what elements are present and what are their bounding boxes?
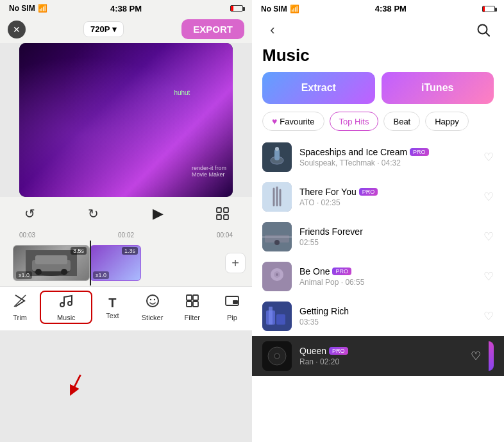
play-progress-bar bbox=[489, 341, 494, 371]
svg-point-41 bbox=[276, 273, 278, 276]
ruler-mark-3: 00:04 bbox=[217, 232, 233, 239]
toolbar-text[interactable]: T Text bbox=[92, 296, 132, 319]
svg-rect-7 bbox=[35, 255, 67, 264]
status-bar-left: No SIM 📶 4:38 PM bbox=[0, 0, 252, 15]
heart-beone[interactable]: ♡ bbox=[483, 269, 494, 284]
svg-rect-44 bbox=[276, 314, 285, 325]
song-info-spaceships: Spaceships and Ice Cream PRO Soulspeak, … bbox=[299, 147, 476, 167]
text-icon: T bbox=[108, 296, 116, 310]
no-sim-text: No SIM bbox=[9, 4, 35, 13]
svg-line-11 bbox=[72, 375, 81, 391]
filter-label: Filter bbox=[185, 314, 200, 321]
battery-area-left bbox=[230, 5, 243, 12]
pro-badge-spaceships: PRO bbox=[410, 148, 429, 156]
pro-badge-queen: PRO bbox=[329, 347, 348, 355]
svg-point-8 bbox=[35, 269, 42, 275]
clip-1[interactable]: 3.5s x1.0 bbox=[13, 245, 90, 281]
clip-2-speed: x1.0 bbox=[93, 271, 109, 279]
song-info-beone: Be One PRO Animal Pop · 06:55 bbox=[299, 266, 476, 287]
redo-button[interactable]: ↻ bbox=[83, 203, 103, 224]
music-label: Music bbox=[57, 314, 76, 321]
undo-button[interactable]: ↺ bbox=[19, 203, 40, 224]
bottom-toolbar: Trim Music T Text bbox=[0, 286, 252, 330]
itunes-tab[interactable]: iTunes bbox=[382, 72, 494, 104]
tab-beat[interactable]: Beat bbox=[383, 112, 420, 131]
song-meta-there: ATO · 02:35 bbox=[299, 198, 476, 207]
add-clip-button[interactable]: + bbox=[225, 253, 246, 273]
clip-2-duration: 1.3s bbox=[122, 247, 138, 255]
timeline-ruler: 00:03 00:02 00:04 bbox=[0, 230, 252, 240]
clip-2[interactable]: 1.3s x1.0 bbox=[90, 245, 141, 281]
tab-happy[interactable]: Happy bbox=[425, 112, 469, 131]
svg-rect-3 bbox=[224, 215, 228, 219]
song-thumb-friends bbox=[262, 222, 292, 251]
svg-rect-21 bbox=[193, 302, 198, 307]
song-item-spaceships[interactable]: Spaceships and Ice Cream PRO Soulspeak, … bbox=[252, 137, 504, 177]
tab-favourite[interactable]: ♥ Favourite bbox=[262, 112, 324, 131]
tab-beat-label: Beat bbox=[393, 117, 410, 126]
time-left: 4:38 PM bbox=[110, 4, 142, 13]
toolbar-filter[interactable]: Filter bbox=[172, 293, 212, 321]
close-button[interactable]: ✕ bbox=[8, 21, 26, 38]
fullscreen-button[interactable] bbox=[212, 203, 233, 224]
song-meta-getting: 03:35 bbox=[299, 318, 476, 327]
pip-icon bbox=[224, 293, 240, 312]
song-item-friends[interactable]: Friends Forever 02:55 ♡ bbox=[252, 217, 504, 257]
sticker-label: Sticker bbox=[142, 314, 164, 321]
heart-queen[interactable]: ♡ bbox=[471, 349, 481, 363]
song-thumb-spaceships bbox=[262, 142, 292, 172]
play-button[interactable]: ▶ bbox=[146, 202, 169, 225]
heart-spaceships[interactable]: ♡ bbox=[483, 150, 494, 164]
timeline-area: 3.5s x1.0 1.3s x1.0 + bbox=[0, 240, 252, 286]
back-button[interactable]: ‹ bbox=[262, 20, 283, 40]
song-name-spaceships: Spaceships and Ice Cream PRO bbox=[299, 147, 476, 157]
svg-point-29 bbox=[275, 147, 279, 151]
song-item-queen[interactable]: Queen PRO Ran · 02:20 ♡ bbox=[252, 336, 504, 376]
svg-point-48 bbox=[274, 353, 280, 359]
extract-tab[interactable]: Extract bbox=[262, 72, 375, 104]
svg-rect-0 bbox=[217, 208, 221, 212]
music-nav-header: ‹ bbox=[252, 16, 504, 43]
resolution-selector[interactable]: 720P ▾ bbox=[83, 21, 124, 37]
trim-label: Trim bbox=[13, 314, 27, 321]
clip-1-duration: 3.5s bbox=[71, 247, 87, 255]
tab-top-hits[interactable]: Top Hits bbox=[330, 112, 379, 131]
svg-rect-2 bbox=[217, 215, 221, 219]
song-item-beone[interactable]: Be One PRO Animal Pop · 06:55 ♡ bbox=[252, 257, 504, 296]
search-button[interactable] bbox=[473, 20, 494, 40]
song-name-there: There For You PRO bbox=[299, 187, 476, 197]
song-name-queen: Queen PRO bbox=[299, 346, 463, 356]
sticker-icon bbox=[145, 293, 160, 312]
song-thumb-queen bbox=[262, 341, 292, 371]
song-item-there[interactable]: There For You PRO ATO · 02:35 ♡ bbox=[252, 177, 504, 217]
video-preview: huhut render-it fromMovie Maker bbox=[19, 43, 233, 197]
svg-point-9 bbox=[61, 269, 67, 275]
pro-badge-there: PRO bbox=[359, 188, 378, 196]
toolbar-music[interactable]: Music bbox=[40, 291, 92, 324]
heart-getting[interactable]: ♡ bbox=[483, 309, 494, 323]
battery-icon-right bbox=[482, 6, 495, 12]
resolution-text: 720P bbox=[90, 24, 110, 34]
ruler-mark-2: 00:02 bbox=[118, 232, 134, 239]
song-info-there: There For You PRO ATO · 02:35 bbox=[299, 187, 476, 207]
svg-line-25 bbox=[486, 33, 490, 37]
trim-icon bbox=[12, 293, 28, 312]
heart-there[interactable]: ♡ bbox=[483, 190, 494, 204]
song-item-getting[interactable]: Getting Rich 03:35 ♡ bbox=[252, 296, 504, 336]
toolbar-pip[interactable]: Pip bbox=[212, 293, 252, 321]
playback-controls: ↺ ↻ ▶ bbox=[0, 197, 252, 230]
tab-happy-label: Happy bbox=[435, 117, 459, 126]
song-thumb-getting bbox=[262, 302, 292, 331]
toolbar-trim[interactable]: Trim bbox=[0, 293, 40, 321]
wifi-icon-right: 📶 bbox=[290, 4, 299, 13]
svg-rect-45 bbox=[269, 307, 273, 325]
song-list: Spaceships and Ice Cream PRO Soulspeak, … bbox=[252, 137, 504, 442]
top-toolbar: ✕ 720P ▾ EXPORT bbox=[0, 15, 252, 43]
timeline-cursor bbox=[90, 241, 91, 285]
toolbar-sticker[interactable]: Sticker bbox=[133, 293, 172, 321]
song-info-getting: Getting Rich 03:35 bbox=[299, 306, 476, 327]
svg-point-17 bbox=[153, 299, 155, 300]
heart-friends[interactable]: ♡ bbox=[483, 230, 494, 244]
export-button[interactable]: EXPORT bbox=[181, 19, 244, 39]
wifi-icon: 📶 bbox=[38, 4, 47, 13]
